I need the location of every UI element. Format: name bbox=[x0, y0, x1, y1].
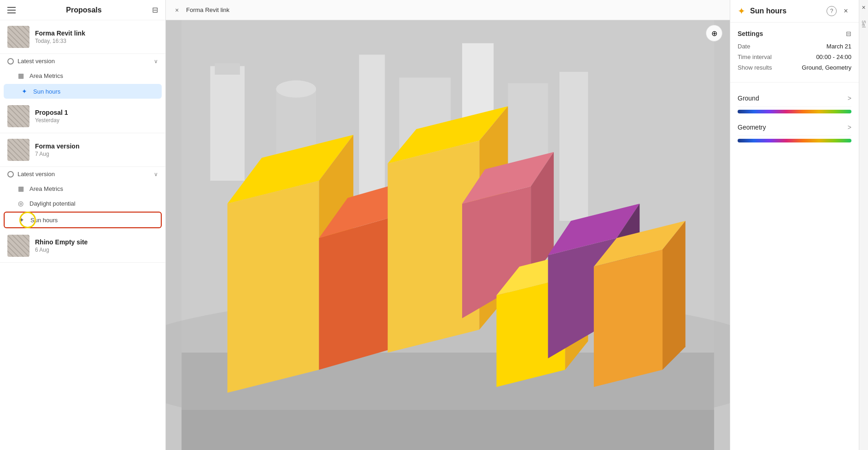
far-right-text: Sel bbox=[861, 20, 867, 28]
proposal-info-forma-version: Forma version 7 Aug bbox=[35, 142, 158, 157]
menu-item-label-sun-hours-2: Sun hours bbox=[30, 217, 58, 224]
result-item-geometry[interactable]: Geometry > bbox=[738, 119, 851, 136]
settings-time-row: Time interval 00:00 - 24:00 bbox=[738, 53, 851, 60]
settings-header: Settings ⊟ bbox=[738, 30, 851, 37]
time-interval-label: Time interval bbox=[738, 53, 772, 60]
filter-icon[interactable]: ⊟ bbox=[152, 6, 158, 14]
proposal-info-forma-revit: Forma Revit link Today, 16:33 bbox=[35, 30, 158, 44]
sun-hours-title: Sun hours bbox=[750, 7, 786, 15]
viewport-tab: × Forma Revit link bbox=[166, 0, 730, 20]
settings-filter-icon[interactable]: ⊟ bbox=[846, 30, 851, 37]
menu-item-sun-hours-1[interactable]: ✦ Sun hours bbox=[4, 84, 162, 99]
far-right-panel: × Sel bbox=[859, 0, 868, 450]
left-panel: Proposals ⊟ Forma Revit link Today, 16:3… bbox=[0, 0, 166, 450]
proposal-date-proposal1: Yesterday bbox=[35, 117, 158, 124]
location-button[interactable]: ⊕ bbox=[706, 25, 722, 41]
hamburger-icon[interactable] bbox=[7, 7, 16, 13]
sun-hours-header: ✦ Sun hours ? × bbox=[730, 0, 859, 23]
svg-point-6 bbox=[276, 80, 316, 97]
viewport-panel[interactable]: × Forma Revit link ⊕ bbox=[166, 0, 730, 450]
menu-item-label-sun-hours-1: Sun hours bbox=[33, 88, 60, 95]
proposal-info-proposal1: Proposal 1 Yesterday bbox=[35, 109, 158, 124]
sun-icon-1: ✦ bbox=[20, 88, 29, 95]
chart-icon-1: ▦ bbox=[17, 72, 25, 79]
proposal-date-rhino: 6 Aug bbox=[35, 247, 158, 253]
building-scene-svg bbox=[166, 20, 730, 450]
time-interval-value: 00:00 - 24:00 bbox=[816, 53, 851, 60]
proposal-thumbnail-forma-version bbox=[7, 139, 29, 161]
proposal-card-proposal1: Proposal 1 Yesterday bbox=[0, 100, 165, 133]
menu-item-area-metrics-2[interactable]: ▦ Area Metrics bbox=[0, 181, 165, 196]
menu-item-label-area-metrics-1: Area Metrics bbox=[29, 72, 63, 79]
settings-date-row: Date March 21 bbox=[738, 43, 851, 50]
proposal-card-forma-revit: Forma Revit link Today, 16:33 bbox=[0, 20, 165, 54]
ground-chevron-icon: > bbox=[848, 95, 851, 102]
left-panel-header: Proposals ⊟ bbox=[0, 0, 165, 20]
sun-hours-panel: ✦ Sun hours ? × Settings ⊟ Date March 21… bbox=[730, 0, 859, 450]
svg-rect-11 bbox=[559, 72, 588, 221]
far-right-close-button[interactable]: × bbox=[862, 4, 865, 11]
geometry-gradient-bar bbox=[738, 139, 851, 142]
sun-hours-title-group: ✦ Sun hours bbox=[738, 6, 786, 17]
svg-marker-31 bbox=[594, 249, 663, 387]
menu-item-sun-hours-2[interactable]: ✦ Sun hours bbox=[5, 213, 161, 227]
settings-title: Settings bbox=[738, 30, 763, 37]
menu-item-label-daylight: Daylight potential bbox=[29, 200, 76, 207]
version-label-2: Latest version bbox=[18, 171, 150, 178]
svg-rect-2 bbox=[210, 66, 245, 181]
ground-gradient-bar bbox=[738, 110, 851, 113]
chevron-down-icon-2: ∨ bbox=[154, 171, 158, 178]
proposal-thumbnail-forma-revit bbox=[7, 26, 29, 48]
date-value: March 21 bbox=[827, 43, 851, 50]
geometry-label: Geometry bbox=[738, 124, 766, 131]
chart-icon-2: ▦ bbox=[17, 185, 25, 192]
version-label-1: Latest version bbox=[18, 58, 150, 65]
version-row-2[interactable]: Latest version ∨ bbox=[0, 167, 165, 181]
proposal-name-proposal1: Proposal 1 bbox=[35, 109, 158, 116]
settings-results-row: Show results Ground, Geometry bbox=[738, 64, 851, 71]
sun-hours-icon: ✦ bbox=[738, 6, 745, 17]
sun-icon-2: ✦ bbox=[18, 216, 26, 224]
tab-close-button[interactable]: × bbox=[171, 5, 182, 16]
geometry-chevron-icon: > bbox=[848, 124, 851, 131]
menu-item-area-metrics-1[interactable]: ▦ Area Metrics bbox=[0, 68, 165, 83]
date-label: Date bbox=[738, 43, 750, 50]
svg-rect-34 bbox=[182, 410, 714, 450]
proposal-name-forma-revit: Forma Revit link bbox=[35, 30, 158, 37]
proposal-info-rhino: Rhino Empty site 6 Aug bbox=[35, 238, 158, 253]
menu-item-sun-hours-2-container: ✦ Sun hours bbox=[4, 212, 162, 228]
svg-marker-16 bbox=[319, 215, 399, 370]
proposal-name-rhino: Rhino Empty site bbox=[35, 238, 158, 246]
scene-3d[interactable] bbox=[166, 20, 730, 450]
proposal-thumbnail-proposal1 bbox=[7, 105, 29, 127]
proposal-thumbnail-rhino bbox=[7, 235, 29, 257]
show-results-label: Show results bbox=[738, 64, 772, 71]
menu-item-daylight-potential[interactable]: ◎ Daylight potential bbox=[0, 196, 165, 211]
ground-label: Ground bbox=[738, 95, 759, 102]
results-section: Ground > Geometry > bbox=[730, 83, 859, 155]
tab-label: Forma Revit link bbox=[186, 6, 229, 13]
show-results-value: Ground, Geometry bbox=[802, 64, 851, 71]
svg-marker-13 bbox=[228, 181, 319, 393]
proposals-title: Proposals bbox=[66, 6, 101, 14]
result-item-ground[interactable]: Ground > bbox=[738, 90, 851, 107]
svg-rect-3 bbox=[215, 63, 240, 75]
version-circle-1 bbox=[7, 58, 14, 65]
help-icon[interactable]: ? bbox=[827, 6, 837, 16]
sun-hours-close-button[interactable]: × bbox=[840, 6, 851, 17]
proposal-date-forma-version: 7 Aug bbox=[35, 151, 158, 157]
menu-item-label-area-metrics-2: Area Metrics bbox=[29, 185, 63, 192]
chevron-down-icon-1: ∨ bbox=[154, 58, 158, 65]
proposal-card-forma-version: Forma version 7 Aug bbox=[0, 133, 165, 167]
sun-dim-icon: ◎ bbox=[17, 200, 25, 207]
version-circle-2 bbox=[7, 171, 14, 178]
proposal-card-rhino: Rhino Empty site 6 Aug bbox=[0, 229, 165, 263]
version-row-1[interactable]: Latest version ∨ bbox=[0, 54, 165, 68]
settings-section: Settings ⊟ Date March 21 Time interval 0… bbox=[730, 23, 859, 83]
proposal-name-forma-version: Forma version bbox=[35, 142, 158, 150]
proposal-date-forma-revit: Today, 16:33 bbox=[35, 38, 158, 44]
